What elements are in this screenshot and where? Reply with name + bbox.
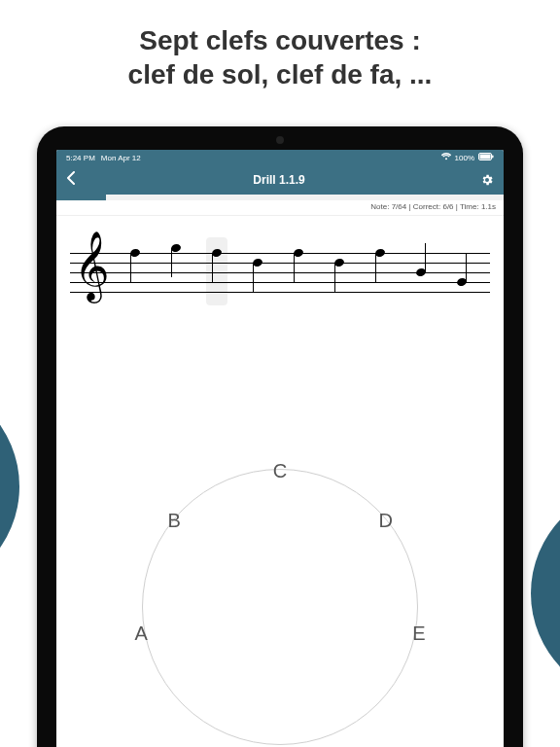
note-7-stem <box>375 253 376 282</box>
note-5-stem <box>294 253 295 282</box>
note-4-stem <box>253 263 254 292</box>
note-option-b[interactable]: B <box>159 507 189 536</box>
decorative-circle-right <box>531 486 560 700</box>
promo-headline: Sept clefs couvertes : clef de sol, clef… <box>0 0 560 109</box>
progress-bar <box>56 195 504 200</box>
tablet-frame: 5:24 PM Mon Apr 12 100% Drill 1.1.9 <box>37 126 523 747</box>
note-8-stem <box>425 243 426 272</box>
navbar-title: Drill 1.1.9 <box>253 173 304 187</box>
status-battery: 100% <box>455 154 474 162</box>
note-2-stem <box>171 248 172 277</box>
settings-button[interactable] <box>480 173 494 187</box>
note-wheel: C D E B A <box>115 442 445 747</box>
note-9-stem <box>466 253 467 282</box>
music-staff: 𝄞 <box>70 243 490 302</box>
ios-status-bar: 5:24 PM Mon Apr 12 100% <box>56 150 504 165</box>
note-1-stem <box>130 253 131 282</box>
decorative-circle-left <box>0 379 19 593</box>
note-3-stem <box>212 253 213 282</box>
progress-fill <box>56 195 106 200</box>
note-6-stem <box>334 263 335 292</box>
staff-lines <box>70 253 490 292</box>
svg-rect-2 <box>492 156 494 159</box>
note-option-a[interactable]: A <box>126 619 156 648</box>
headline-line-1: Sept clefs couvertes : <box>19 23 541 57</box>
status-date: Mon Apr 12 <box>101 154 141 162</box>
current-note-highlight <box>206 237 228 305</box>
headline-line-2: clef de sol, clef de fa, ... <box>19 57 541 91</box>
back-button[interactable] <box>66 171 78 189</box>
tablet-screen: 5:24 PM Mon Apr 12 100% Drill 1.1.9 <box>56 150 504 747</box>
app-navbar: Drill 1.1.9 <box>56 165 504 195</box>
stat-correct: Correct: 6/6 <box>413 202 454 211</box>
wifi-icon <box>441 153 451 162</box>
stat-note: Note: 7/64 <box>370 202 406 211</box>
staff-area: 𝄞 <box>56 216 504 311</box>
note-option-c[interactable]: C <box>265 457 295 486</box>
tablet-camera <box>276 136 284 144</box>
stat-time: Time: 1.1s <box>460 202 496 211</box>
note-option-d[interactable]: D <box>371 507 401 536</box>
treble-clef-icon: 𝄞 <box>74 235 110 296</box>
note-wheel-area: C D E B A <box>56 442 504 747</box>
status-time: 5:24 PM <box>66 154 95 162</box>
battery-icon <box>478 153 494 162</box>
svg-rect-1 <box>480 155 491 160</box>
stats-row: Note: 7/64 | Correct: 6/6 | Time: 1.1s <box>56 200 504 216</box>
note-option-e[interactable]: E <box>404 619 434 648</box>
